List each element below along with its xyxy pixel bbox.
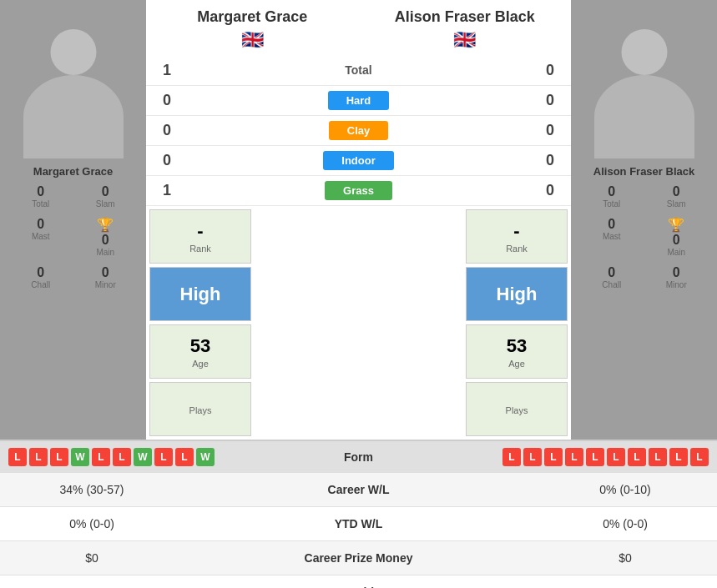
right-rank-box: - Rank xyxy=(466,209,568,264)
right-high-value: High xyxy=(471,284,563,305)
right-stat-total: 0 Total xyxy=(579,181,644,212)
left-stat-minor: 0 Minor xyxy=(73,262,139,293)
left-avatar xyxy=(15,8,132,158)
right-plays-label: Plays xyxy=(471,405,563,415)
left-stat-slam: 0 Slam xyxy=(73,181,139,212)
right-ytd-wl: 0% (0-0) xyxy=(542,517,709,530)
prize-money-label: Career Prize Money xyxy=(175,551,542,565)
left-prize-money: $0 xyxy=(8,551,175,565)
score-indoor: 0 Indoor 0 xyxy=(146,146,571,176)
left-stat-mast: 0 Mast xyxy=(8,214,73,260)
left-plays-label: Plays xyxy=(154,405,246,415)
right-form-8: L xyxy=(649,448,667,466)
left-avatar-head xyxy=(50,29,96,75)
left-form-9: L xyxy=(175,448,194,466)
score-rows: 1 Total 0 0 Hard 0 0 Clay 0 0 Indoor xyxy=(146,55,571,206)
score-hard-left: 0 xyxy=(154,92,179,109)
left-stats-grid: 0 Total 0 Slam 0 Mast 🏆 0 Main 0 xyxy=(0,181,146,293)
score-grass-right: 0 xyxy=(538,182,563,199)
left-player-name-header: Margaret Grace 🇬🇧 xyxy=(146,8,359,51)
left-player-photo: Margaret Grace 0 Total 0 Slam 0 Mast 🏆 0 xyxy=(0,0,146,440)
right-avatar-body xyxy=(594,75,694,158)
center-spacer xyxy=(255,206,462,440)
left-form-7: W xyxy=(134,448,152,466)
right-age-box: 53 Age xyxy=(466,324,568,379)
right-stat-chall: 0 Chall xyxy=(579,262,644,293)
right-player-name-header: Alison Fraser Black 🇬🇧 xyxy=(359,8,572,51)
form-label: Form xyxy=(344,450,373,464)
score-total-label: Total xyxy=(179,60,538,80)
score-grass-label: Grass xyxy=(179,181,538,200)
left-high-value: High xyxy=(154,284,246,305)
main-container: Margaret Grace 0 Total 0 Slam 0 Mast 🏆 0 xyxy=(0,0,717,588)
left-stat-total: 0 Total xyxy=(8,181,73,212)
score-indoor-label: Indoor xyxy=(179,151,538,170)
right-player-photo: Alison Fraser Black 0 Total 0 Slam 0 Mas… xyxy=(571,0,717,440)
right-stat-main: 🏆 0 Main xyxy=(644,214,709,260)
left-form-1: L xyxy=(8,448,27,466)
left-form-2: L xyxy=(29,448,48,466)
score-hard-label: Hard xyxy=(179,91,538,110)
right-form-4: L xyxy=(565,448,583,466)
middle-section: Margaret Grace 🇬🇧 Alison Fraser Black 🇬🇧… xyxy=(146,0,571,440)
right-form-10: L xyxy=(690,448,709,466)
left-high-box: High xyxy=(149,267,251,321)
right-player-name-under: Alison Fraser Black xyxy=(589,158,699,181)
right-form-6: L xyxy=(607,448,625,466)
right-form-badges: L L L L L L L L L L xyxy=(502,448,709,466)
right-stat-slam: 0 Slam xyxy=(644,181,709,212)
left-rank-value: - xyxy=(154,220,246,242)
right-form-1: L xyxy=(502,448,521,466)
left-flag: 🇬🇧 xyxy=(146,29,359,51)
right-avatar-head xyxy=(621,29,667,75)
left-form-6: L xyxy=(113,448,131,466)
left-stat-main: 🏆 0 Main xyxy=(73,214,139,260)
left-form-3: L xyxy=(50,448,68,466)
left-age-box: 53 Age xyxy=(149,324,251,379)
score-grass-left: 1 xyxy=(154,182,179,199)
left-form-badges: L L L W L L W L L W xyxy=(8,448,215,466)
right-stat-minor: 0 Minor xyxy=(644,262,709,293)
right-flag: 🇬🇧 xyxy=(359,29,572,51)
left-form-8: L xyxy=(154,448,173,466)
score-indoor-right: 0 xyxy=(538,152,563,169)
right-high-box: High xyxy=(466,267,568,321)
right-form-9: L xyxy=(669,448,688,466)
career-wl-label: Career W/L xyxy=(175,483,542,496)
top-section: Margaret Grace 0 Total 0 Slam 0 Mast 🏆 0 xyxy=(0,0,717,440)
left-age-value: 53 xyxy=(154,335,246,357)
player-names-row: Margaret Grace 🇬🇧 Alison Fraser Black 🇬🇧 xyxy=(146,0,571,55)
prize-money-row: $0 Career Prize Money $0 xyxy=(0,541,717,575)
score-clay-right: 0 xyxy=(538,122,563,139)
ytd-wl-row: 0% (0-0) YTD W/L 0% (0-0) xyxy=(0,507,717,541)
right-rank-label: Rank xyxy=(471,244,563,254)
right-form-7: L xyxy=(628,448,646,466)
left-info-col: - Rank High 53 Age Plays xyxy=(146,206,255,440)
right-form-5: L xyxy=(586,448,604,466)
right-form-3: L xyxy=(544,448,563,466)
right-prize-money: $0 xyxy=(542,551,709,565)
right-stat-mast: 0 Mast xyxy=(579,214,644,260)
left-age-label: Age xyxy=(154,359,246,369)
score-clay-label: Clay xyxy=(179,121,538,140)
right-age-value: 53 xyxy=(471,335,563,357)
left-avatar-body xyxy=(23,75,124,158)
career-wl-row: 34% (30-57) Career W/L 0% (0-10) xyxy=(0,473,717,507)
right-trophy-icon: 🏆 xyxy=(668,218,684,232)
right-rank-value: - xyxy=(471,220,563,242)
left-ytd-wl: 0% (0-0) xyxy=(8,517,175,530)
ytd-wl-label: YTD W/L xyxy=(175,517,542,530)
score-total: 1 Total 0 xyxy=(146,55,571,86)
score-hard-right: 0 xyxy=(538,92,563,109)
right-info-col: - Rank High 53 Age Plays xyxy=(462,206,571,440)
form-row: L L L W L L W L L W Form L L L L L L L L… xyxy=(0,440,717,473)
score-total-left: 1 xyxy=(154,62,179,79)
left-form-5: L xyxy=(92,448,110,466)
left-rank-label: Rank xyxy=(154,244,246,254)
right-form-2: L xyxy=(523,448,542,466)
score-clay-left: 0 xyxy=(154,122,179,139)
score-indoor-left: 0 xyxy=(154,152,179,169)
right-plays-box: Plays xyxy=(466,382,568,436)
left-form-4: W xyxy=(71,448,89,466)
left-stat-chall: 0 Chall xyxy=(8,262,73,293)
